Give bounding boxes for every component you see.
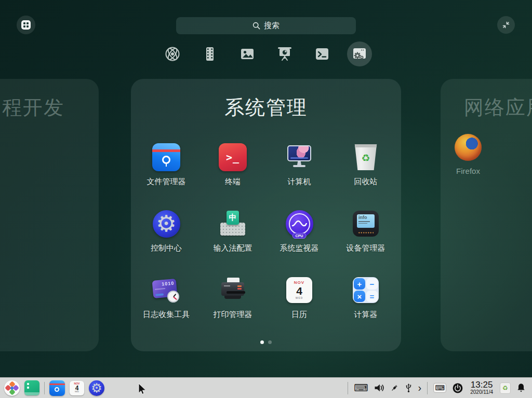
app-label: 日志收集工具 (143, 310, 190, 320)
category-tab-video[interactable] (197, 42, 222, 66)
app-device-manager[interactable]: info 设备管理器 (332, 198, 399, 264)
clock-time: 13:25 (471, 380, 493, 390)
category-tab-development[interactable] (310, 42, 335, 66)
pager-dot[interactable] (268, 340, 272, 344)
input-method-indicator[interactable]: ⌨ (354, 383, 368, 393)
app-control-center[interactable]: ⚙ 控制中心 (133, 198, 200, 264)
app-log-viewer[interactable]: 1010 日志收集工具 (133, 264, 200, 331)
computer-icon (285, 143, 314, 172)
usb-icon[interactable] (405, 383, 413, 393)
recycle-bin-icon: ♻ (354, 144, 378, 170)
category-tab-system[interactable] (347, 42, 372, 66)
app-label: Firefox (456, 167, 480, 175)
search-placeholder: 搜索 (264, 21, 280, 31)
tray-separator (427, 382, 428, 394)
tray-expand-chevron[interactable]: › (418, 382, 422, 394)
tray-separator (348, 382, 348, 394)
volume-icon[interactable] (374, 383, 384, 392)
atom-icon (164, 46, 181, 62)
grid-apps-icon (21, 20, 31, 30)
printer-icon (218, 276, 247, 305)
app-computer[interactable]: 计算机 (266, 131, 332, 198)
app-system-monitor[interactable]: CPU 系统监视器 (266, 198, 332, 264)
app-label: 打印管理器 (214, 310, 252, 320)
app-input-method[interactable]: 中 输入法配置 (200, 198, 266, 264)
panel-title-internet: 网络应用 (464, 94, 532, 121)
calendar-icon: NOV 4 WED (286, 277, 312, 303)
dock-multitasking-button[interactable] (24, 380, 39, 395)
gear-icon: ⚙ (91, 382, 102, 394)
dock-separator (44, 382, 45, 394)
power-icon[interactable] (452, 382, 463, 394)
page-indicator (131, 340, 401, 344)
app-label: 终端 (225, 177, 241, 187)
app-recycle-bin[interactable]: ♻ 回收站 (332, 131, 399, 198)
app-file-manager[interactable]: 文件管理器 (133, 131, 200, 198)
window-settings-icon (351, 45, 368, 63)
file-manager-icon (49, 383, 65, 385)
app-label: 计算器 (354, 310, 378, 320)
pager-dot-active[interactable] (260, 340, 264, 344)
firefox-icon (455, 134, 482, 161)
system-monitor-icon: CPU (286, 210, 313, 238)
launcher-grid-button[interactable] (17, 16, 35, 34)
input-method-icon: 中 (218, 209, 247, 238)
app-print-manager[interactable]: 打印管理器 (200, 264, 266, 331)
app-label: 计算机 (288, 177, 311, 187)
taskbar: NOV 4 WED ⚙ ⌨ (0, 377, 532, 398)
category-panel-system: 系统管理 文件管理器 >_ 终端 计算机 ♻ 回收站 (131, 79, 401, 351)
app-label: 输入法配置 (214, 243, 252, 253)
shrink-corners-icon (501, 20, 511, 30)
category-tab-office[interactable] (272, 42, 297, 66)
panel-title-system: 系统管理 (131, 94, 401, 121)
multitasking-icon (27, 383, 29, 385)
app-label: 回收站 (354, 177, 378, 187)
notification-bell-icon[interactable] (516, 383, 526, 393)
app-firefox[interactable]: Firefox (441, 134, 496, 175)
search-input[interactable]: 搜索 (176, 17, 356, 34)
file-manager-icon (152, 143, 180, 171)
app-label: 文件管理器 (147, 177, 186, 187)
app-calculator[interactable]: +− ×= 计算器 (332, 264, 399, 331)
launcher-mode-toggle-button[interactable] (497, 16, 515, 34)
control-center-icon: ⚙ (153, 210, 180, 238)
wired-network-icon[interactable] (390, 383, 399, 393)
dock-launcher-button[interactable] (4, 380, 20, 396)
dock-file-manager[interactable] (49, 380, 65, 396)
category-tab-graphics[interactable] (235, 42, 260, 66)
terminal-app-icon: >_ (219, 143, 247, 171)
category-tab-internet[interactable] (160, 42, 185, 66)
app-grid: 文件管理器 >_ 终端 计算机 ♻ 回收站 ⚙ 控制中心 (133, 131, 399, 331)
onscreen-keyboard-button[interactable]: ⌨ (433, 383, 446, 393)
film-icon (202, 46, 218, 62)
search-icon (252, 22, 260, 30)
presentation-icon (276, 45, 294, 63)
dock-control-center[interactable]: ⚙ (89, 380, 104, 396)
app-label: 设备管理器 (347, 243, 385, 253)
app-calendar[interactable]: NOV 4 WED 日历 (266, 264, 332, 331)
terminal-icon (314, 46, 330, 62)
app-label: 控制中心 (151, 243, 182, 253)
app-label: 日历 (291, 310, 307, 320)
tray-trash-button[interactable]: ♻ (500, 382, 511, 394)
app-label: 系统监视器 (280, 243, 319, 253)
calculator-icon: +− ×= (353, 277, 379, 303)
dock-calendar[interactable]: NOV 4 WED (70, 381, 84, 395)
log-viewer-icon: 1010 (152, 276, 181, 305)
panel-title-development: 编程开发 (0, 94, 64, 121)
app-terminal[interactable]: >_ 终端 (200, 131, 266, 198)
photo-icon (239, 46, 256, 62)
device-manager-icon: info (353, 211, 379, 237)
clock-date: 2020/11/4 (470, 390, 493, 395)
clock[interactable]: 13:25 2020/11/4 (470, 380, 493, 395)
